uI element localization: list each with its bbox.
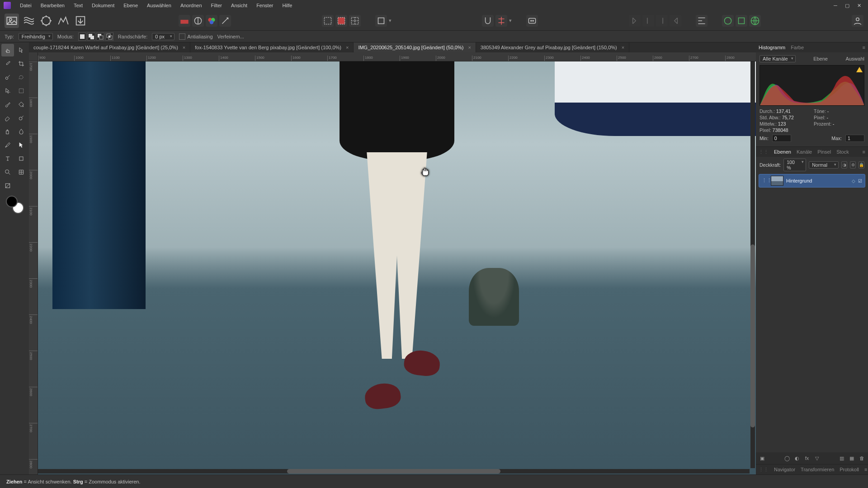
- menu-anordnen[interactable]: Anordnen: [177, 2, 206, 9]
- persona-photo[interactable]: [5, 14, 19, 28]
- layer-lock-icon[interactable]: ◇: [852, 178, 855, 183]
- mode-subtract[interactable]: [96, 33, 104, 41]
- add-stock-button[interactable]: [722, 15, 734, 27]
- lock-button[interactable]: 🔒: [859, 161, 864, 169]
- layer-row[interactable]: ⋮⋮ Hintergrund ◇ ☑: [759, 174, 865, 188]
- panel-handle-icon[interactable]: ⋮⋮: [759, 467, 769, 473]
- group-layers-button[interactable]: ▥: [838, 455, 845, 462]
- paint-brush-tool[interactable]: [1, 98, 14, 111]
- mesh-warp-tool[interactable]: [15, 166, 28, 178]
- ruler-vertical[interactable]: 1700180019002000210022002300240025002600…: [29, 61, 38, 474]
- marquee-select-tool[interactable]: [15, 84, 28, 97]
- snapping-button[interactable]: [482, 15, 494, 27]
- move-forward-button[interactable]: [656, 15, 668, 27]
- tab-channels[interactable]: Kanäle: [797, 149, 812, 155]
- selection-brush-tool[interactable]: [1, 71, 14, 84]
- add-pixel-layer-button[interactable]: ▦: [848, 455, 855, 462]
- dodge-tool[interactable]: [15, 112, 28, 124]
- document-canvas[interactable]: [38, 61, 756, 474]
- color-picker-tool[interactable]: [1, 57, 14, 70]
- opacity-input[interactable]: 100 %: [783, 159, 806, 171]
- histogram-channel-select[interactable]: Alle Kanäle: [760, 55, 796, 62]
- window-maximize-button[interactable]: ▢: [842, 1, 853, 10]
- persona-tonemap[interactable]: [56, 14, 71, 28]
- document-tab[interactable]: IMG_20200625_205140.jpg [Geändert] (50,0…: [354, 42, 476, 52]
- refine-button[interactable]: Verfeinern...: [217, 34, 244, 39]
- feather-input[interactable]: 0 px: [152, 33, 175, 40]
- delete-layer-button[interactable]: 🗑: [858, 455, 865, 462]
- window-minimize-button[interactable]: ─: [830, 1, 841, 10]
- menu-ebene[interactable]: Ebene: [120, 2, 142, 9]
- text-tool[interactable]: [1, 152, 14, 165]
- foreground-color-swatch[interactable]: [6, 196, 18, 207]
- target-layer-button[interactable]: [375, 15, 387, 27]
- gradient-tool[interactable]: [1, 179, 14, 192]
- move-backward-button[interactable]: [642, 15, 654, 27]
- menu-hilfe[interactable]: Hilfe: [278, 2, 296, 9]
- stock-browse-button[interactable]: [736, 15, 747, 27]
- close-icon[interactable]: ×: [183, 45, 185, 50]
- color-swatches[interactable]: [1, 193, 28, 216]
- close-icon[interactable]: ×: [622, 45, 624, 50]
- move-front-button[interactable]: [670, 15, 681, 27]
- pen-tool[interactable]: [1, 139, 14, 151]
- crop-tool[interactable]: [15, 57, 28, 70]
- menu-bearbeiten[interactable]: Bearbeiten: [37, 2, 68, 9]
- panel-menu-icon[interactable]: ≡: [863, 149, 865, 155]
- close-icon[interactable]: ×: [346, 45, 349, 50]
- menu-filter[interactable]: Filter: [208, 2, 226, 9]
- document-tab[interactable]: couple-1718244 Karen Warfel auf Pixabay.…: [29, 42, 190, 52]
- panel-menu-icon[interactable]: ≡: [864, 467, 867, 472]
- type-select[interactable]: Freihändig: [19, 33, 53, 40]
- max-input[interactable]: 1: [845, 135, 864, 142]
- document-tab[interactable]: 3805349 Alexander Grey auf Pixabay.jpg […: [476, 42, 629, 52]
- chevron-down-icon[interactable]: ▾: [389, 18, 392, 23]
- layer-thumbnail[interactable]: [771, 176, 783, 186]
- fx-layer-button[interactable]: fx: [803, 455, 811, 462]
- auto-whitebalance-button[interactable]: [219, 15, 231, 27]
- layer-filter-button[interactable]: ▣: [759, 455, 766, 462]
- node-tool[interactable]: [15, 139, 28, 151]
- panel-handle-icon[interactable]: ⋮⋮: [759, 149, 769, 155]
- erase-tool[interactable]: [1, 112, 14, 124]
- histogram-scope-selection[interactable]: Auswahl: [845, 56, 864, 61]
- tab-layers[interactable]: Ebenen: [774, 149, 791, 155]
- view-tool[interactable]: [1, 44, 14, 56]
- auto-contrast-button[interactable]: [192, 15, 204, 27]
- align-distribute-button[interactable]: [696, 15, 708, 27]
- chevron-down-icon[interactable]: ▾: [509, 18, 512, 23]
- layer-name[interactable]: Hintergrund: [786, 178, 812, 183]
- alignment-button[interactable]: [495, 15, 507, 27]
- stock-web-button[interactable]: [749, 15, 761, 27]
- persona-export[interactable]: [73, 14, 88, 28]
- menu-dokument[interactable]: Dokument: [88, 2, 118, 9]
- tab-stock[interactable]: Stock: [836, 149, 849, 155]
- account-button[interactable]: [852, 15, 863, 27]
- menu-ansicht[interactable]: Ansicht: [227, 2, 251, 9]
- panel-menu-icon[interactable]: ≡: [863, 45, 865, 50]
- blend-ranges-button[interactable]: ◑: [841, 161, 847, 169]
- assistant-button[interactable]: [526, 15, 538, 27]
- show-selection-button[interactable]: [322, 15, 334, 27]
- move-back-button[interactable]: [629, 15, 641, 27]
- zoom-tool[interactable]: [1, 166, 14, 178]
- ruler-origin[interactable]: [29, 52, 38, 61]
- horizontal-scrollbar[interactable]: [38, 469, 750, 474]
- eye-icon[interactable]: ⋮⋮: [762, 178, 768, 184]
- tab-history[interactable]: Protokoll: [840, 467, 859, 472]
- tab-brushes[interactable]: Pinsel: [817, 149, 831, 155]
- vertical-scrollbar[interactable]: [750, 61, 755, 468]
- layer-visibility-checkbox[interactable]: ☑: [858, 178, 862, 183]
- menu-datei[interactable]: Datei: [16, 2, 35, 9]
- live-filter-button[interactable]: ▽: [813, 455, 821, 462]
- min-input[interactable]: 0: [772, 135, 791, 142]
- tab-histogram[interactable]: Histogramm: [759, 45, 785, 50]
- histogram-scope-layer[interactable]: Ebene: [813, 56, 828, 61]
- menu-text[interactable]: Text: [70, 2, 86, 9]
- menu-fenster[interactable]: Fenster: [253, 2, 277, 9]
- persona-develop[interactable]: [39, 14, 53, 28]
- menu-auswaehlen[interactable]: Auswählen: [143, 2, 175, 9]
- document-tab[interactable]: fox-1540833 Yvette van den Berg pixabay.…: [190, 42, 354, 52]
- mode-intersect[interactable]: [105, 33, 113, 41]
- tab-transform[interactable]: Transformieren: [801, 467, 834, 472]
